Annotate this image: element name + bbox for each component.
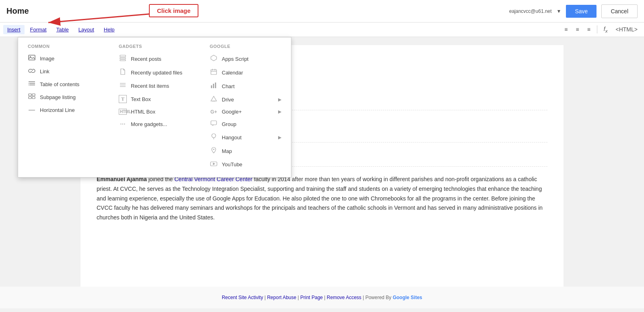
hangout-arrow: ▶ (278, 135, 281, 140)
function-btn[interactable]: fx (601, 24, 611, 35)
svg-rect-29 (211, 121, 217, 125)
chart-option[interactable]: Chart (206, 79, 285, 93)
google-plus-icon: G+ (210, 109, 218, 115)
hr-icon: — (28, 106, 36, 114)
youtube-label: YouTube (222, 161, 281, 167)
menu-insert[interactable]: Insert (3, 25, 25, 34)
page-title: Home (6, 6, 29, 16)
report-abuse-link[interactable]: Report Abuse (267, 295, 296, 300)
calendar-label: Calendar (222, 70, 281, 76)
drive-label: Drive (222, 97, 274, 103)
hangout-option[interactable]: Hangout ▶ (206, 130, 285, 144)
align-left-btn[interactable]: ≡ (561, 25, 571, 34)
apps-script-option[interactable]: Apps Script (206, 52, 285, 66)
map-option[interactable]: Map (206, 144, 285, 158)
recent-files-option[interactable]: Recently updated files (116, 66, 194, 79)
text-box-icon: T (119, 95, 127, 103)
map-label: Map (222, 148, 281, 154)
menu-layout[interactable]: Layout (74, 25, 98, 34)
print-page-link[interactable]: Print Page (300, 295, 323, 300)
youtube-option[interactable]: YouTube (206, 158, 285, 171)
calendar-icon (210, 68, 218, 76)
calendar-option[interactable]: Calendar (206, 66, 285, 79)
link-option[interactable]: Link (25, 65, 103, 78)
svg-marker-34 (213, 163, 215, 165)
menu-help[interactable]: Help (100, 25, 119, 34)
svg-rect-7 (29, 83, 29, 84)
svg-point-30 (212, 134, 216, 138)
recent-list-option[interactable]: Recent list items (116, 79, 194, 92)
image-option[interactable]: Image (25, 52, 103, 65)
toc-option[interactable]: Table of contents (25, 78, 103, 91)
html-box-icon: HTML (119, 109, 127, 115)
svg-line-1 (48, 14, 153, 23)
svg-rect-11 (29, 97, 31, 99)
user-email: eajancvcc@u61.net (509, 8, 552, 14)
remove-access-link[interactable]: Remove Access (327, 295, 361, 300)
apps-script-label: Apps Script (222, 56, 281, 62)
group-option[interactable]: Group (206, 118, 285, 130)
svg-marker-19 (211, 55, 217, 61)
chart-label: Chart (222, 83, 281, 89)
google-plus-label: Google+ (222, 109, 274, 115)
cancel-button[interactable]: Cancel (601, 4, 638, 18)
menu-table[interactable]: Table (52, 25, 73, 34)
link-label: Link (40, 68, 99, 74)
toolbar-separator (597, 25, 597, 33)
save-button[interactable]: Save (566, 5, 597, 18)
menu-format[interactable]: Format (26, 25, 51, 34)
recent-posts-option[interactable]: Recent posts (116, 52, 194, 66)
group-icon (210, 120, 218, 128)
map-icon (210, 147, 218, 155)
recent-posts-icon (119, 55, 127, 63)
recent-files-label: Recently updated files (131, 70, 190, 76)
svg-rect-14 (120, 58, 126, 59)
apps-script-icon (210, 55, 218, 63)
svg-rect-26 (215, 83, 216, 88)
align-center-btn[interactable]: ≡ (572, 25, 582, 34)
toc-label: Table of contents (40, 81, 99, 87)
menu-bar: Insert Format Table Layout Help ≡ ≡ ≡ fx… (0, 23, 644, 37)
youtube-icon (210, 161, 218, 168)
subpage-icon (28, 93, 36, 101)
image-icon (28, 55, 36, 62)
hangout-icon (210, 133, 218, 141)
link-icon (28, 68, 36, 75)
insert-dropdown: COMMON Image Link Table of contents (18, 37, 291, 178)
align-right-btn[interactable]: ≡ (584, 25, 594, 34)
google-sites-link[interactable]: Google Sites (393, 295, 422, 300)
bio-text: Emmanuel Ajanma joined the Central Vermo… (97, 175, 547, 223)
subpage-label: Subpage listing (40, 94, 99, 100)
common-section: COMMON Image Link Table of contents (18, 41, 109, 174)
svg-rect-15 (120, 60, 126, 61)
svg-marker-27 (211, 96, 217, 101)
recent-list-icon (119, 82, 127, 89)
recent-files-icon (119, 68, 127, 76)
google-plus-arrow: ▶ (278, 109, 281, 114)
more-gadgets-label: More gadgets... (131, 121, 190, 127)
drive-icon (210, 96, 218, 103)
drive-option[interactable]: Drive ▶ (206, 93, 285, 106)
gadgets-header: GADGETS (116, 44, 194, 49)
svg-rect-25 (213, 84, 214, 88)
user-dropdown-arrow[interactable]: ▼ (557, 8, 561, 14)
html-box-label: HTML Box (131, 109, 190, 115)
google-plus-option[interactable]: G+ Google+ ▶ (206, 106, 285, 118)
svg-rect-2 (29, 55, 35, 60)
image-label: Image (40, 56, 99, 62)
more-gadgets-option[interactable]: ··· More gadgets... (116, 118, 194, 130)
google-header: GOOGLE (206, 44, 285, 49)
common-header: COMMON (25, 44, 103, 49)
text-box-option[interactable]: T Text Box (116, 92, 194, 106)
click-image-callout: Click image (149, 4, 198, 17)
subpage-option[interactable]: Subpage listing (25, 91, 103, 103)
footer-powered-by: | Powered By (363, 295, 392, 300)
html-box-option[interactable]: HTML HTML Box (116, 106, 194, 118)
hr-option[interactable]: — Horizontal Line (25, 103, 103, 116)
chart-icon (210, 82, 218, 90)
hr-label: Horizontal Line (40, 107, 99, 113)
recent-activity-link[interactable]: Recent Site Activity (222, 295, 263, 300)
site-footer: Recent Site Activity | Report Abuse | Pr… (0, 287, 644, 308)
html-mode-btn[interactable]: <HTML> (613, 25, 641, 34)
svg-rect-12 (32, 97, 35, 99)
